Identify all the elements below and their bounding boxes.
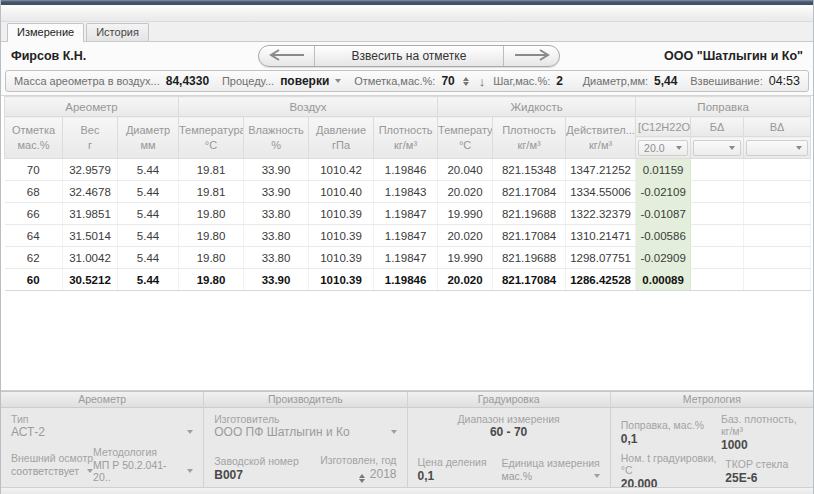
base-density-label: Баз. плотность, кг/м³ — [721, 413, 803, 437]
maker-select[interactable]: ООО ПФ Шатлыгин и Ко — [214, 425, 396, 439]
table-cell: 19.990 — [438, 203, 493, 225]
tab-history[interactable]: История — [86, 23, 149, 41]
table-cell — [744, 159, 811, 181]
app-window: Измерение История Фирсов К.Н. ООО "Шатлы… — [0, 0, 814, 494]
inspection-select[interactable]: соответствует — [11, 465, 93, 477]
v-delta-dropdown[interactable] — [744, 137, 811, 159]
tkor-value: 25E-6 — [725, 471, 803, 485]
table-cell: 1.19846 — [374, 269, 438, 291]
serial-label: Заводской номер — [214, 455, 299, 467]
table-cell: -0.01087 — [636, 203, 691, 225]
table-cell: -0.02109 — [636, 181, 691, 203]
mark-value[interactable]: 70 — [441, 74, 454, 88]
table-cell — [744, 203, 811, 225]
table-cell: 60 — [5, 269, 63, 291]
table-cell: 1322.32379 — [566, 203, 636, 225]
table-cell: 20.020 — [438, 181, 493, 203]
table-row[interactable]: 6030.52125.4419.8033.901010.391.1984620.… — [5, 269, 811, 291]
table-cell: 20.040 — [438, 159, 493, 181]
table-cell: 1010.42 — [309, 159, 374, 181]
weigh-prev-button[interactable] — [259, 46, 314, 66]
procedure-select[interactable]: поверки — [280, 74, 329, 88]
chevron-down-icon — [729, 146, 735, 150]
table-cell: 32.9579 — [63, 159, 118, 181]
year-label: Изготовлен, год — [320, 454, 396, 466]
col-humidity: Влажность% — [244, 117, 309, 159]
company-name: ООО "Шатлыгин и Ко" — [664, 49, 803, 63]
spin-down-icon — [359, 479, 365, 483]
section-graduation: Градуировка Диапазон измерения 60 - 70 Ц… — [408, 392, 611, 487]
mass-label: Масса ареометра в воздух... — [14, 75, 160, 87]
table-cell: 1334.55006 — [566, 181, 636, 203]
chevron-down-icon — [796, 146, 802, 150]
measurement-table: Ареометр Воздух Жидкость Поправка Отметк… — [4, 96, 811, 291]
spin-up-icon — [359, 474, 365, 478]
b-delta-dropdown[interactable] — [691, 137, 744, 159]
tab-measurement[interactable]: Измерение — [7, 23, 84, 42]
unit-select[interactable]: мас.% — [502, 470, 600, 482]
division-value: 0,1 — [418, 469, 487, 483]
weigh-next-button[interactable] — [504, 46, 559, 66]
table-cell — [691, 203, 744, 225]
weighing-time: 04:53 — [769, 74, 800, 88]
operator-name: Фирсов К.Н. — [11, 49, 86, 63]
table-cell: 821.17084 — [493, 269, 566, 291]
chevron-down-icon — [187, 430, 193, 434]
chevron-down-icon — [187, 469, 193, 473]
methodology-select[interactable]: МП Р 50.2.041-20.. — [93, 459, 193, 483]
tkor-label: ТКОР стекла — [725, 458, 803, 470]
table-row[interactable]: 6631.98515.4419.8033.801010.391.1984719.… — [5, 203, 811, 225]
type-select[interactable]: АСТ-2 — [11, 425, 193, 439]
table-row[interactable]: 6832.46785.4419.8133.901010.401.1984320.… — [5, 181, 811, 203]
col-v-delta: ВΔ — [744, 117, 811, 137]
mass-value: 84,4330 — [166, 74, 209, 88]
table-cell: 1.19846 — [374, 159, 438, 181]
table-row[interactable]: 7032.95795.4419.8133.901010.421.1984620.… — [5, 159, 811, 181]
diameter-value: 5,44 — [654, 74, 677, 88]
weigh-control: Взвесить на отметке — [258, 45, 560, 67]
year-stepper[interactable]: 2018 — [357, 467, 397, 483]
table-cell: 33.80 — [244, 203, 309, 225]
table-cell: 20.020 — [438, 225, 493, 247]
unit-label: Единица измерения — [502, 457, 600, 469]
status-strip — [1, 487, 813, 494]
table-cell: 1.19847 — [374, 247, 438, 269]
table-cell: 1310.21471 — [566, 225, 636, 247]
table-cell: 30.5212 — [63, 269, 118, 291]
chevron-down-icon[interactable] — [335, 79, 341, 83]
table-cell — [744, 181, 811, 203]
down-arrow-button[interactable]: ↓ — [479, 75, 486, 88]
table-cell — [691, 159, 744, 181]
table-cell: 5.44 — [118, 247, 179, 269]
table-cell — [744, 225, 811, 247]
step-value: 2 — [556, 74, 563, 88]
group-liquid: Жидкость — [438, 97, 636, 117]
base-density-value: 1000 — [721, 438, 803, 452]
arrow-right-icon — [513, 49, 551, 63]
toolbar-row: Масса ареометра в воздух... 84,4330 Проц… — [1, 69, 813, 95]
table-cell: 1.19847 — [374, 203, 438, 225]
table-cell: 1010.39 — [309, 203, 374, 225]
weighing-label: Взвешивание: — [690, 75, 762, 87]
table-cell: 19.80 — [179, 203, 244, 225]
range-value: 60 - 70 — [418, 425, 600, 439]
table-cell — [691, 269, 744, 291]
table-cell: 19.81 — [179, 159, 244, 181]
col-air-temp: Температура°C — [179, 117, 244, 159]
table-cell: 64 — [5, 225, 63, 247]
spin-up-icon — [463, 77, 469, 81]
col-sucrose-correction: [C12H22O... — [636, 117, 691, 137]
mark-stepper[interactable] — [463, 77, 469, 86]
table-cell: 1010.39 — [309, 269, 374, 291]
table-cell: 1.19847 — [374, 225, 438, 247]
table-cell: 0.00089 — [636, 269, 691, 291]
table-row[interactable]: 6431.50145.4419.8033.801010.391.1984720.… — [5, 225, 811, 247]
section-metrology-title: Метрология — [611, 392, 813, 408]
table-row[interactable]: 6231.00425.4419.8033.801010.391.1984719.… — [5, 247, 811, 269]
table-cell: 1.19843 — [374, 181, 438, 203]
section-hydrometer-title: Ареометр — [1, 392, 203, 408]
col-liquid-temp: Температура°C — [438, 117, 493, 159]
chevron-down-icon — [594, 474, 600, 478]
sucrose-temp-dropdown[interactable]: 20.0 — [636, 137, 691, 159]
weigh-at-mark-button[interactable]: Взвесить на отметке — [314, 46, 504, 66]
